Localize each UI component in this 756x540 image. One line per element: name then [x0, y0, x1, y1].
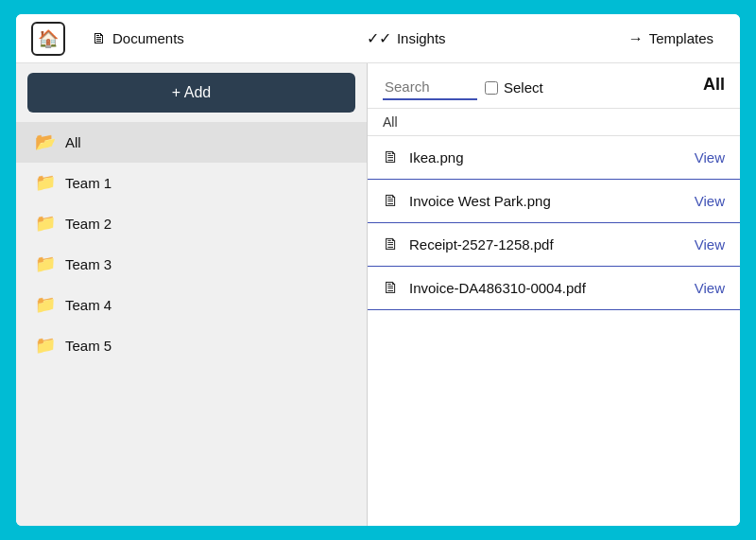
sidebar-item-label-team1: Team 1: [65, 175, 112, 191]
file-item-2: 🗎 Receipt-2527-1258.pdf View: [368, 223, 740, 267]
nav-templates-label: Templates: [649, 30, 713, 46]
file-name-1: Invoice West Park.png: [409, 193, 685, 209]
main-content: + Add 📂 All 📁 Team 1 📁 Team 2 📁 Team 3: [16, 63, 740, 526]
file-item-0: 🗎 Ikea.png View: [368, 136, 740, 180]
right-toolbar: Select All: [368, 63, 740, 109]
all-label: All: [703, 75, 725, 95]
nav-insights-label: Insights: [397, 30, 446, 46]
sidebar-item-team5[interactable]: 📁 Team 5: [16, 325, 367, 366]
search-input[interactable]: [383, 75, 477, 100]
sidebar-item-label-team3: Team 3: [65, 256, 112, 272]
view-link-1[interactable]: View: [695, 193, 725, 209]
sidebar-item-team1[interactable]: 📁 Team 1: [16, 163, 367, 203]
file-name-3: Invoice-DA486310-0004.pdf: [409, 280, 685, 296]
templates-icon: →: [628, 30, 644, 47]
add-button[interactable]: + Add: [27, 73, 355, 113]
sidebar-list: 📂 All 📁 Team 1 📁 Team 2 📁 Team 3 📁: [16, 122, 367, 526]
app-window: 🏠 🗎 Documents ✓✓ Insights → Templates + …: [14, 12, 742, 528]
view-link-0[interactable]: View: [695, 149, 725, 165]
sidebar-item-team3[interactable]: 📁 Team 3: [16, 244, 367, 285]
select-checkbox[interactable]: [485, 81, 498, 95]
sidebar-item-label-team4: Team 4: [65, 297, 112, 313]
sidebar-item-label-team5: Team 5: [65, 338, 112, 354]
view-link-2[interactable]: View: [695, 236, 725, 253]
file-icon-2: 🗎: [383, 235, 400, 254]
sidebar: + Add 📂 All 📁 Team 1 📁 Team 2 📁 Team 3: [16, 63, 368, 526]
sidebar-item-all[interactable]: 📂 All: [16, 122, 367, 163]
sidebar-item-label-team2: Team 2: [65, 216, 112, 232]
folder-icon-all: 📂: [35, 131, 56, 152]
file-name-0: Ikea.png: [409, 149, 685, 165]
nav-documents-label: Documents: [112, 30, 184, 46]
sidebar-item-team4[interactable]: 📁 Team 4: [16, 285, 367, 325]
home-button[interactable]: 🏠: [31, 22, 65, 56]
right-panel: Select All All 🗎 Ikea.png View 🗎 Invoice…: [368, 63, 740, 526]
folder-icon-team3: 📁: [35, 253, 56, 274]
file-icon-3: 🗎: [383, 278, 400, 298]
file-item-1: 🗎 Invoice West Park.png View: [368, 180, 740, 223]
filter-label: All: [383, 114, 398, 130]
folder-icon-team4: 📁: [35, 294, 56, 315]
nav-templates[interactable]: → Templates: [617, 25, 725, 53]
file-icon-0: 🗎: [383, 148, 400, 167]
file-icon-1: 🗎: [383, 191, 400, 211]
folder-icon-team2: 📁: [35, 213, 56, 234]
select-label: Select: [504, 79, 543, 96]
documents-icon: 🗎: [92, 30, 107, 47]
filter-row: All: [368, 109, 740, 136]
sidebar-item-team2[interactable]: 📁 Team 2: [16, 203, 367, 244]
sidebar-item-label-all: All: [65, 134, 81, 150]
insights-icon: ✓✓: [367, 29, 391, 47]
select-group[interactable]: Select: [485, 79, 543, 96]
nav-documents[interactable]: 🗎 Documents: [80, 25, 196, 53]
top-nav: 🏠 🗎 Documents ✓✓ Insights → Templates: [16, 14, 740, 63]
folder-icon-team1: 📁: [35, 172, 56, 193]
file-item-3: 🗎 Invoice-DA486310-0004.pdf View: [368, 267, 740, 310]
view-link-3[interactable]: View: [695, 280, 725, 296]
file-list: 🗎 Ikea.png View 🗎 Invoice West Park.png …: [368, 136, 740, 526]
folder-icon-team5: 📁: [35, 335, 56, 356]
nav-insights[interactable]: ✓✓ Insights: [355, 24, 457, 53]
home-icon: 🏠: [38, 28, 59, 49]
file-name-2: Receipt-2527-1258.pdf: [409, 236, 685, 253]
